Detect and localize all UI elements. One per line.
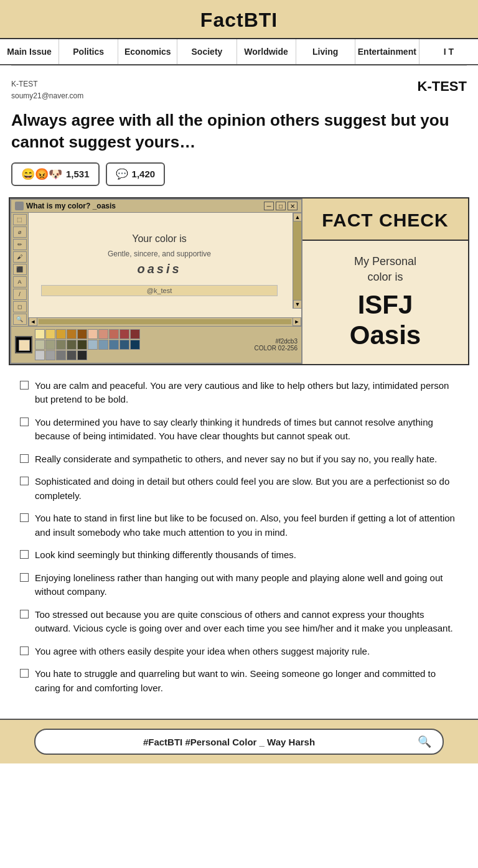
page-footer: #FactBTI #Personal Color _ Way Harsh 🔍 [0, 719, 478, 763]
color-swatch[interactable] [35, 350, 45, 360]
comment-icon: 💬 [116, 168, 128, 180]
bullet-text: Really considerate and sympathetic to ot… [35, 452, 458, 467]
scroll-down-arrow[interactable]: ▼ [293, 300, 302, 309]
maximize-button[interactable]: □ [276, 202, 286, 210]
nav-item-economics[interactable]: Economics [118, 39, 177, 64]
list-item: Too stressed out because you are quite c… [20, 608, 458, 636]
close-button[interactable]: ✕ [288, 202, 298, 210]
scroll-left-arrow[interactable]: ◄ [29, 317, 37, 326]
search-icon[interactable]: 🔍 [418, 735, 431, 749]
scroll-track-v [293, 222, 301, 300]
article-category-email: K-TEST soumy21@naver.com [11, 78, 83, 102]
color-swatch[interactable] [45, 340, 55, 350]
fact-check-subtitle: My Personalcolor is [354, 254, 416, 285]
bullet-text: You agree with others easily despite you… [35, 645, 458, 659]
color-swatch[interactable] [35, 329, 45, 339]
nav-item-main-issue[interactable]: Main Issue [0, 39, 59, 64]
color-swatch[interactable] [120, 340, 129, 350]
color-swatch[interactable] [130, 340, 140, 350]
tool-text[interactable]: A [13, 276, 27, 287]
nav-item-living[interactable]: Living [296, 39, 355, 64]
color-swatch[interactable] [67, 340, 77, 350]
footer-search-bar[interactable]: #FactBTI #Personal Color _ Way Harsh 🔍 [34, 729, 444, 755]
fact-check-title: FACT CHECK [309, 210, 462, 231]
bullet-text: Too stressed out because you are quite c… [35, 608, 458, 636]
color-code: COLOR 02-256 [255, 345, 298, 352]
fact-check-panel: FACT CHECK My Personalcolor is ISFJ Oasi… [302, 198, 468, 364]
bullet-text: You are calm and peaceful. You are very … [35, 379, 458, 407]
result-line1: ISFJ [350, 290, 421, 320]
color-swatch[interactable] [88, 340, 98, 350]
bullet-list: You are calm and peaceful. You are very … [9, 376, 469, 711]
tool-line[interactable]: / [13, 289, 27, 300]
bullet-checkbox [20, 646, 29, 655]
tool-lasso[interactable]: ⌀ [13, 226, 27, 238]
list-item: You determined you have to say clearly t… [20, 416, 458, 444]
nav-divider [11, 65, 467, 66]
color-swatch[interactable] [45, 350, 55, 360]
color-preview [15, 336, 32, 353]
list-item: You hate to stand in first line but like… [20, 511, 458, 539]
color-swatch[interactable] [77, 340, 87, 350]
paint-window-title: What is my color? _oasis [26, 202, 116, 210]
list-item: Sophisticated and doing in detail but ot… [20, 475, 458, 503]
bullet-text: You determined you have to say clearly t… [35, 416, 458, 444]
bullet-checkbox [20, 454, 29, 463]
scrollbar-horizontal[interactable]: ◄ ► [29, 317, 301, 326]
paint-window: What is my color? _oasis ─ □ ✕ ⬚ ⌀ ✏ 🖌 ⬛… [10, 198, 302, 364]
scrollbar-vertical[interactable]: ▲ ▼ [293, 213, 301, 309]
list-item: You hate to struggle and quarreling but … [20, 667, 458, 695]
color-swatch[interactable] [56, 340, 66, 350]
nav-item-it[interactable]: I T [419, 39, 478, 64]
bullet-checkbox [20, 513, 29, 522]
tool-eraser[interactable]: ◻ [13, 301, 27, 312]
comment-count: 1,420 [132, 169, 156, 179]
color-swatch[interactable] [98, 340, 108, 350]
color-swatch[interactable] [67, 329, 77, 339]
main-nav: Main Issue Politics Economics Society Wo… [0, 39, 478, 65]
minimize-button[interactable]: ─ [264, 202, 274, 210]
color-swatch[interactable] [56, 329, 66, 339]
tool-select[interactable]: ⬚ [13, 214, 27, 225]
canvas-text-description: Gentle, sincere, and supportive [41, 250, 278, 258]
color-swatch[interactable] [77, 350, 87, 360]
article-category: K-TEST [11, 78, 83, 90]
scroll-right-arrow[interactable]: ► [293, 317, 301, 326]
color-swatch[interactable] [67, 350, 77, 360]
scroll-up-arrow[interactable]: ▲ [293, 213, 302, 222]
bullet-text: Enjoying loneliness rather than hanging … [35, 571, 458, 599]
comment-reaction-button[interactable]: 💬 1,420 [106, 162, 166, 186]
list-item: Really considerate and sympathetic to ot… [20, 452, 458, 467]
emoji-reaction-button[interactable]: 😄😡🐶 1,531 [11, 162, 100, 186]
tool-pencil[interactable]: ✏ [13, 239, 27, 250]
canvas-tag: @k_test [41, 285, 278, 296]
color-swatch[interactable] [77, 329, 87, 339]
nav-item-politics[interactable]: Politics [59, 39, 118, 64]
color-swatch[interactable] [120, 329, 129, 339]
color-swatch[interactable] [56, 350, 66, 360]
nav-item-entertainment[interactable]: Entertainment [355, 39, 419, 64]
tool-brush[interactable]: 🖌 [13, 251, 27, 263]
color-preview-foreground [19, 340, 30, 351]
footer-search-text: #FactBTI #Personal Color _ Way Harsh [47, 737, 412, 747]
color-swatch[interactable] [45, 329, 55, 339]
tool-zoom[interactable]: 🔍 [13, 314, 27, 325]
site-title: FactBTI [0, 9, 478, 32]
color-swatch[interactable] [98, 329, 108, 339]
canvas-text-your-color: Your color is [41, 233, 278, 245]
color-swatch[interactable] [130, 329, 140, 339]
nav-item-society[interactable]: Society [177, 39, 237, 64]
canvas-content: Your color is Gentle, sincere, and suppo… [41, 233, 289, 296]
paint-app-icon [15, 202, 24, 210]
color-swatch[interactable] [88, 329, 98, 339]
bullet-text: You hate to struggle and quarreling but … [35, 667, 458, 695]
nav-item-worldwide[interactable]: Worldwide [237, 39, 296, 64]
reactions-bar: 😄😡🐶 1,531 💬 1,420 [0, 162, 478, 197]
paint-titlebar-left: What is my color? _oasis [15, 202, 116, 210]
color-swatch[interactable] [109, 340, 119, 350]
color-swatch[interactable] [35, 340, 45, 350]
bullet-checkbox [20, 669, 29, 678]
tool-fill[interactable]: ⬛ [13, 264, 27, 275]
fact-check-result: ISFJ Oasis [350, 290, 421, 350]
color-swatch[interactable] [109, 329, 119, 339]
